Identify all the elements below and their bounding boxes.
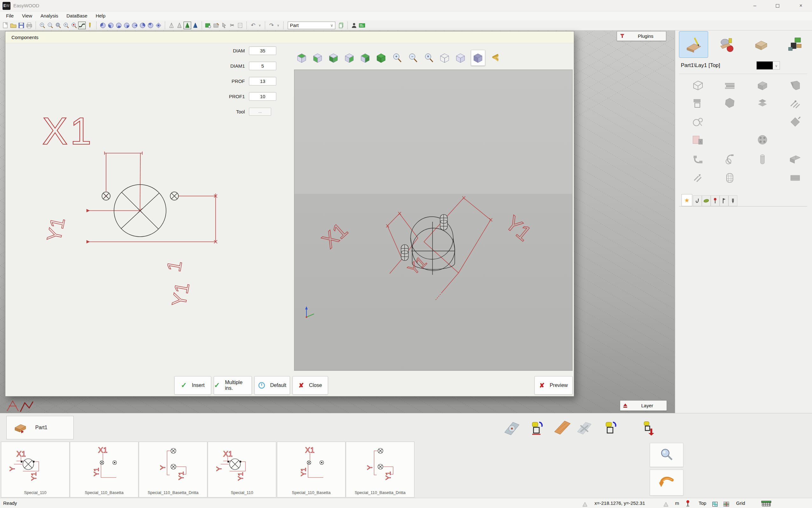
edit-pen-icon[interactable] [86, 22, 93, 29]
open-icon[interactable] [10, 22, 17, 29]
redo-icon[interactable]: ↶ [268, 22, 275, 29]
shaded-cube-icon[interactable] [471, 50, 485, 66]
copy-pages-icon[interactable] [337, 22, 345, 29]
menu-database[interactable]: DataBase [62, 11, 91, 20]
thumbnail-special-110[interactable]: X1 Y Y1 Special_110 [1, 441, 70, 498]
category-tab-hooks[interactable] [693, 196, 702, 206]
component-icon[interactable] [788, 79, 802, 92]
user-icon[interactable] [351, 22, 358, 29]
tool-picker-button[interactable]: ... [249, 108, 271, 116]
collapse-chevron-icon[interactable] [490, 52, 501, 64]
layer-button[interactable]: Layer [620, 400, 667, 411]
category-tab-leaf[interactable] [702, 196, 711, 206]
new-document-icon[interactable] [2, 22, 9, 29]
category-tab-pins[interactable] [711, 196, 720, 206]
component-icon[interactable] [756, 153, 769, 166]
view-top-icon[interactable] [155, 22, 162, 29]
view-right-cube-icon[interactable] [344, 52, 355, 64]
component-icon[interactable] [788, 115, 802, 129]
view-east-icon[interactable] [123, 22, 130, 29]
tab-assembly[interactable] [780, 31, 809, 58]
component-3d-preview[interactable]: X1 Y1 Y1 [294, 70, 573, 371]
category-tab-favorites[interactable]: ★ [681, 194, 692, 206]
close-button[interactable]: × [793, 0, 809, 11]
grid-density-icon[interactable] [723, 500, 730, 508]
status-unit[interactable]: m [675, 498, 679, 508]
thumbnail-special-110-basetta-dritta[interactable]: Y Y1 Special_110_Basetta_Dritta [139, 441, 208, 498]
pin-marker-icon[interactable] [685, 500, 690, 508]
redo-dropdown-icon[interactable]: ∨ [276, 22, 280, 29]
component-icon[interactable] [756, 79, 769, 92]
menu-help[interactable]: Help [91, 11, 109, 20]
layer-color-dropdown[interactable]: ∨ [773, 61, 780, 70]
undo-insert-button[interactable] [650, 470, 683, 496]
component-icon[interactable] [723, 171, 737, 185]
preview-button[interactable]: ✘Preview [535, 376, 573, 394]
tool-deposit-icon[interactable] [603, 420, 617, 437]
tab-materials[interactable] [746, 31, 775, 58]
view-sw-icon[interactable] [99, 22, 106, 29]
component-icon[interactable] [723, 96, 737, 110]
zoom-in-view-icon[interactable]: + [392, 52, 403, 64]
part-tab[interactable]: Part1 [6, 416, 74, 439]
category-tab-flags[interactable] [720, 196, 728, 206]
render-hidden-icon[interactable] [176, 22, 183, 29]
component-icon[interactable] [756, 96, 769, 110]
thumbnail-special-110-basetta-dritta[interactable]: Y Y1 Special_110_Basetta_Dritta [346, 441, 414, 498]
zoom-selection-icon[interactable] [71, 22, 78, 29]
notes-icon[interactable] [237, 22, 243, 29]
component-icon[interactable] [691, 115, 705, 129]
close-dialog-button[interactable]: ✘Close [292, 376, 328, 394]
param-field-diam[interactable]: 35 [249, 46, 276, 55]
undo-icon[interactable]: ↶ [250, 22, 257, 29]
license-card-icon[interactable] [359, 22, 365, 29]
view-left-cube-icon[interactable] [312, 52, 323, 64]
view-front-cube-icon[interactable] [328, 52, 339, 64]
pointer-icon[interactable] [221, 22, 228, 29]
wood-plank-icon[interactable] [553, 419, 572, 437]
maximize-button[interactable] [770, 0, 785, 11]
thumbnail-special-110-basetta[interactable]: X1 Y1 Special_110_Basetta [277, 441, 346, 498]
undo-dropdown-icon[interactable]: ∨ [258, 22, 262, 29]
minimize-button[interactable]: – [748, 0, 762, 11]
layer-color-swatch[interactable] [757, 61, 773, 70]
zoom-window-icon[interactable] [55, 22, 61, 29]
status-grid-label[interactable]: Grid [736, 498, 745, 508]
board-edit-icon[interactable] [213, 22, 220, 29]
part-selector-combo[interactable]: Part∨ [288, 22, 335, 29]
zoom-components-button[interactable] [650, 443, 683, 467]
print-icon[interactable] [26, 22, 33, 29]
status-view-name[interactable]: Top [698, 498, 706, 508]
component-icon[interactable] [691, 133, 705, 147]
component-icon[interactable] [691, 79, 705, 92]
param-field-diam1[interactable]: 5 [249, 61, 276, 70]
zoom-fit-view-icon[interactable]: × [423, 52, 435, 64]
zoom-in-icon[interactable]: + [39, 22, 46, 29]
render-realistic-icon[interactable] [192, 22, 199, 29]
component-icon[interactable] [788, 171, 802, 185]
zoom-out-view-icon[interactable]: − [407, 52, 418, 64]
component-icon[interactable] [788, 153, 802, 166]
tool-axes-icon[interactable] [576, 420, 593, 437]
zoom-out-icon[interactable]: − [47, 22, 54, 29]
snap-triangle-icon[interactable] [663, 500, 669, 508]
component-icon[interactable] [788, 96, 802, 110]
menu-analysis[interactable]: Analysis [36, 11, 62, 20]
component-icon[interactable] [691, 96, 705, 110]
hidden-line-cube-icon[interactable] [455, 52, 466, 64]
view-ne-icon[interactable] [131, 22, 138, 29]
param-field-prof1[interactable]: 10 [249, 92, 276, 101]
view-se-icon[interactable] [115, 22, 122, 29]
view-iso-cube-icon[interactable] [376, 52, 387, 64]
view-top-cube-icon[interactable] [296, 52, 307, 64]
component-icon[interactable] [691, 153, 705, 166]
render-wireframe-icon[interactable] [168, 22, 175, 29]
component-icon[interactable] [723, 79, 737, 92]
snap-triangle-icon[interactable] [582, 500, 588, 508]
insert-button[interactable]: ✓Insert [174, 376, 211, 394]
multiple-insert-button[interactable]: ✓Multiple ins. [214, 376, 252, 394]
menu-view[interactable]: View [18, 11, 36, 20]
view-south-icon[interactable] [107, 22, 114, 29]
default-button[interactable]: Default [254, 376, 290, 394]
saw-blade-icon[interactable] [503, 420, 520, 437]
